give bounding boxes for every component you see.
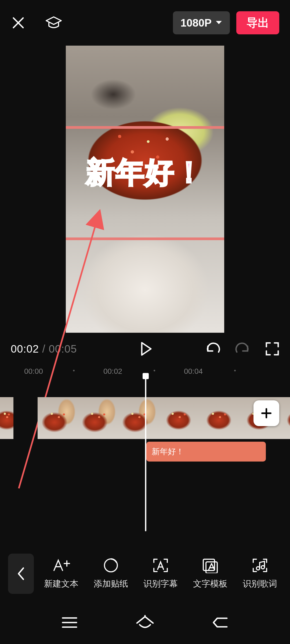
ruler-dot bbox=[234, 370, 236, 371]
ruler-tick: 00:02 bbox=[103, 367, 122, 376]
clip-thumbnail bbox=[199, 397, 239, 439]
undo-button[interactable] bbox=[205, 342, 220, 356]
fullscreen-button[interactable] bbox=[265, 342, 279, 356]
export-button[interactable]: 导出 bbox=[236, 11, 279, 34]
text-clip-label: 新年好！ bbox=[152, 446, 184, 457]
video-preview[interactable]: 新年好！ bbox=[66, 46, 224, 333]
tool-new-text[interactable]: 新建文本 bbox=[44, 558, 78, 590]
ruler-dot bbox=[73, 370, 75, 371]
current-time: 00:02 bbox=[11, 343, 39, 355]
undo-icon bbox=[205, 342, 220, 356]
time-separator: / bbox=[39, 343, 49, 355]
clip-thumbnail bbox=[78, 397, 118, 439]
tool-auto-lyrics[interactable]: 识别歌词 bbox=[243, 558, 277, 590]
auto-caption-icon bbox=[152, 558, 169, 573]
play-button[interactable] bbox=[140, 342, 153, 356]
tool-auto-caption[interactable]: 识别字幕 bbox=[143, 558, 178, 590]
clip-thumbnail bbox=[38, 397, 78, 439]
toolbar-items: 新建文本添加贴纸识别字幕文字模板识别歌词 bbox=[37, 558, 285, 590]
text-clip[interactable]: 新年好！ bbox=[146, 442, 266, 462]
new-text-icon bbox=[52, 558, 71, 573]
redo-icon bbox=[235, 342, 250, 356]
tool-label: 添加贴纸 bbox=[94, 578, 128, 590]
tool-label: 文字模板 bbox=[193, 578, 227, 590]
tool-label: 识别字幕 bbox=[143, 578, 178, 590]
clip-thumbnail bbox=[118, 397, 158, 439]
total-duration: 00:05 bbox=[49, 343, 77, 355]
tool-label: 识别歌词 bbox=[243, 578, 277, 590]
plus-icon bbox=[260, 407, 273, 420]
clip-thumbnail bbox=[0, 397, 13, 439]
overlay-text[interactable]: 新年好！ bbox=[86, 153, 204, 192]
tool-label: 新建文本 bbox=[44, 578, 78, 590]
graduation-cap-icon bbox=[45, 15, 62, 30]
nav-menu-button[interactable] bbox=[61, 616, 78, 629]
add-sticker-icon bbox=[103, 558, 119, 573]
close-button[interactable] bbox=[11, 15, 26, 30]
clip-thumbnail bbox=[158, 397, 199, 439]
clip-segment[interactable] bbox=[38, 397, 290, 439]
bottom-toolbar: 新建文本添加贴纸识别字幕文字模板识别歌词 bbox=[0, 545, 290, 602]
ruler-dot bbox=[154, 370, 155, 371]
chevron-left-icon bbox=[16, 566, 26, 581]
player-bar: 00:02 / 00:05 bbox=[0, 333, 290, 365]
auto-lyrics-icon bbox=[251, 558, 269, 573]
toolbar-back-button[interactable] bbox=[8, 554, 34, 594]
time-display: 00:02 / 00:05 bbox=[11, 343, 77, 355]
clip-segment[interactable] bbox=[0, 397, 13, 439]
add-clip-button[interactable] bbox=[253, 400, 279, 426]
nav-back-button[interactable] bbox=[212, 616, 229, 630]
timeline[interactable]: 新年好！ bbox=[0, 378, 290, 545]
close-icon bbox=[11, 15, 26, 30]
ruler-tick: 00:00 bbox=[24, 367, 43, 376]
home-icon bbox=[135, 615, 155, 630]
back-icon bbox=[212, 616, 229, 630]
tool-text-template[interactable]: 文字模板 bbox=[193, 558, 227, 590]
clip-thumbnail bbox=[279, 397, 290, 439]
menu-icon bbox=[61, 616, 78, 629]
player-controls bbox=[140, 342, 279, 356]
export-label: 导出 bbox=[247, 15, 269, 30]
tutorial-button[interactable] bbox=[45, 15, 62, 30]
resolution-label: 1080P bbox=[180, 17, 212, 29]
preview-area: 新年好！ 00:02 / 00:05 bbox=[0, 46, 290, 365]
playhead[interactable] bbox=[145, 376, 146, 531]
top-bar: 1080P 导出 bbox=[0, 0, 290, 46]
resolution-button[interactable]: 1080P bbox=[173, 11, 230, 34]
nav-home-button[interactable] bbox=[135, 615, 155, 630]
fullscreen-icon bbox=[265, 342, 279, 356]
chevron-down-icon bbox=[215, 20, 222, 25]
redo-button[interactable] bbox=[235, 342, 250, 356]
play-icon bbox=[140, 342, 153, 356]
tool-add-sticker[interactable]: 添加贴纸 bbox=[94, 558, 128, 590]
top-bar-left bbox=[11, 15, 62, 30]
system-nav-bar bbox=[0, 602, 290, 643]
ruler-tick: 00:04 bbox=[184, 367, 203, 376]
text-template-icon bbox=[202, 558, 219, 573]
